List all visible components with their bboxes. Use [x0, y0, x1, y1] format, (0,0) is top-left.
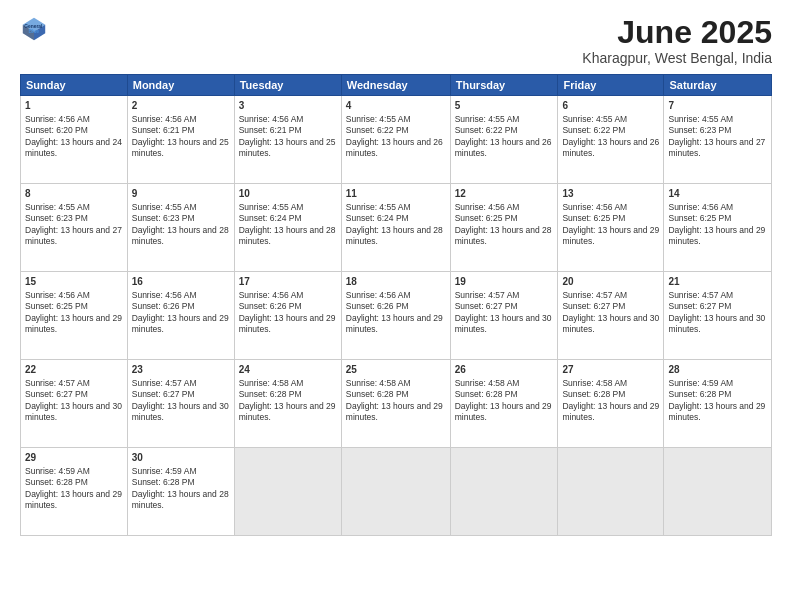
daylight-text: Daylight: 13 hours and 29 minutes.	[455, 401, 552, 422]
logo: General Blue	[20, 15, 48, 43]
month-title: June 2025	[582, 15, 772, 50]
sunset-text: Sunset: 6:22 PM	[562, 125, 625, 135]
sunset-text: Sunset: 6:27 PM	[668, 301, 731, 311]
sunrise-text: Sunrise: 4:58 AM	[239, 378, 304, 388]
sunset-text: Sunset: 6:24 PM	[239, 213, 302, 223]
day-number: 7	[668, 99, 767, 113]
calendar-cell: 17Sunrise: 4:56 AMSunset: 6:26 PMDayligh…	[234, 272, 341, 360]
calendar-cell	[450, 448, 558, 536]
daylight-text: Daylight: 13 hours and 28 minutes.	[239, 225, 336, 246]
daylight-text: Daylight: 13 hours and 28 minutes.	[346, 225, 443, 246]
day-number: 23	[132, 363, 230, 377]
week-row-4: 22Sunrise: 4:57 AMSunset: 6:27 PMDayligh…	[21, 360, 772, 448]
sunset-text: Sunset: 6:23 PM	[668, 125, 731, 135]
sunrise-text: Sunrise: 4:55 AM	[25, 202, 90, 212]
calendar-cell: 10Sunrise: 4:55 AMSunset: 6:24 PMDayligh…	[234, 184, 341, 272]
day-number: 15	[25, 275, 123, 289]
calendar-cell: 27Sunrise: 4:58 AMSunset: 6:28 PMDayligh…	[558, 360, 664, 448]
sunrise-text: Sunrise: 4:56 AM	[132, 290, 197, 300]
col-sunday: Sunday	[21, 75, 128, 96]
sunset-text: Sunset: 6:25 PM	[25, 301, 88, 311]
calendar-cell	[234, 448, 341, 536]
day-number: 24	[239, 363, 337, 377]
sunset-text: Sunset: 6:28 PM	[25, 477, 88, 487]
sunrise-text: Sunrise: 4:55 AM	[346, 202, 411, 212]
daylight-text: Daylight: 13 hours and 27 minutes.	[668, 137, 765, 158]
day-number: 27	[562, 363, 659, 377]
calendar-cell	[664, 448, 772, 536]
day-number: 14	[668, 187, 767, 201]
daylight-text: Daylight: 13 hours and 29 minutes.	[668, 225, 765, 246]
calendar-cell: 11Sunrise: 4:55 AMSunset: 6:24 PMDayligh…	[341, 184, 450, 272]
calendar-cell: 16Sunrise: 4:56 AMSunset: 6:26 PMDayligh…	[127, 272, 234, 360]
calendar-cell: 4Sunrise: 4:55 AMSunset: 6:22 PMDaylight…	[341, 96, 450, 184]
calendar-cell: 8Sunrise: 4:55 AMSunset: 6:23 PMDaylight…	[21, 184, 128, 272]
day-number: 1	[25, 99, 123, 113]
daylight-text: Daylight: 13 hours and 25 minutes.	[132, 137, 229, 158]
day-number: 8	[25, 187, 123, 201]
week-row-3: 15Sunrise: 4:56 AMSunset: 6:25 PMDayligh…	[21, 272, 772, 360]
day-number: 29	[25, 451, 123, 465]
calendar-cell: 19Sunrise: 4:57 AMSunset: 6:27 PMDayligh…	[450, 272, 558, 360]
sunrise-text: Sunrise: 4:57 AM	[455, 290, 520, 300]
calendar-cell: 2Sunrise: 4:56 AMSunset: 6:21 PMDaylight…	[127, 96, 234, 184]
sunset-text: Sunset: 6:26 PM	[239, 301, 302, 311]
day-number: 21	[668, 275, 767, 289]
calendar-cell: 15Sunrise: 4:56 AMSunset: 6:25 PMDayligh…	[21, 272, 128, 360]
svg-text:Blue: Blue	[28, 29, 39, 34]
daylight-text: Daylight: 13 hours and 26 minutes.	[346, 137, 443, 158]
week-row-1: 1Sunrise: 4:56 AMSunset: 6:20 PMDaylight…	[21, 96, 772, 184]
sunrise-text: Sunrise: 4:56 AM	[25, 114, 90, 124]
calendar-cell: 26Sunrise: 4:58 AMSunset: 6:28 PMDayligh…	[450, 360, 558, 448]
day-number: 12	[455, 187, 554, 201]
day-number: 2	[132, 99, 230, 113]
sunset-text: Sunset: 6:28 PM	[346, 389, 409, 399]
sunset-text: Sunset: 6:27 PM	[455, 301, 518, 311]
daylight-text: Daylight: 13 hours and 30 minutes.	[562, 313, 659, 334]
daylight-text: Daylight: 13 hours and 29 minutes.	[668, 401, 765, 422]
sunrise-text: Sunrise: 4:55 AM	[668, 114, 733, 124]
day-number: 6	[562, 99, 659, 113]
sunrise-text: Sunrise: 4:59 AM	[668, 378, 733, 388]
sunrise-text: Sunrise: 4:55 AM	[346, 114, 411, 124]
location: Kharagpur, West Bengal, India	[582, 50, 772, 66]
sunset-text: Sunset: 6:27 PM	[562, 301, 625, 311]
week-row-2: 8Sunrise: 4:55 AMSunset: 6:23 PMDaylight…	[21, 184, 772, 272]
daylight-text: Daylight: 13 hours and 30 minutes.	[668, 313, 765, 334]
calendar-cell: 22Sunrise: 4:57 AMSunset: 6:27 PMDayligh…	[21, 360, 128, 448]
sunrise-text: Sunrise: 4:56 AM	[668, 202, 733, 212]
sunrise-text: Sunrise: 4:55 AM	[132, 202, 197, 212]
daylight-text: Daylight: 13 hours and 29 minutes.	[25, 489, 122, 510]
daylight-text: Daylight: 13 hours and 29 minutes.	[239, 401, 336, 422]
sunrise-text: Sunrise: 4:59 AM	[132, 466, 197, 476]
daylight-text: Daylight: 13 hours and 26 minutes.	[455, 137, 552, 158]
daylight-text: Daylight: 13 hours and 30 minutes.	[132, 401, 229, 422]
day-number: 26	[455, 363, 554, 377]
daylight-text: Daylight: 13 hours and 27 minutes.	[25, 225, 122, 246]
calendar-cell: 5Sunrise: 4:55 AMSunset: 6:22 PMDaylight…	[450, 96, 558, 184]
daylight-text: Daylight: 13 hours and 30 minutes.	[455, 313, 552, 334]
calendar-cell: 18Sunrise: 4:56 AMSunset: 6:26 PMDayligh…	[341, 272, 450, 360]
sunset-text: Sunset: 6:20 PM	[25, 125, 88, 135]
calendar-cell	[341, 448, 450, 536]
sunset-text: Sunset: 6:25 PM	[455, 213, 518, 223]
sunset-text: Sunset: 6:28 PM	[239, 389, 302, 399]
day-number: 30	[132, 451, 230, 465]
col-friday: Friday	[558, 75, 664, 96]
daylight-text: Daylight: 13 hours and 30 minutes.	[25, 401, 122, 422]
daylight-text: Daylight: 13 hours and 28 minutes.	[132, 225, 229, 246]
sunset-text: Sunset: 6:28 PM	[455, 389, 518, 399]
sunset-text: Sunset: 6:21 PM	[239, 125, 302, 135]
sunrise-text: Sunrise: 4:57 AM	[25, 378, 90, 388]
day-number: 17	[239, 275, 337, 289]
title-block: June 2025 Kharagpur, West Bengal, India	[582, 15, 772, 66]
day-number: 11	[346, 187, 446, 201]
col-tuesday: Tuesday	[234, 75, 341, 96]
sunset-text: Sunset: 6:26 PM	[132, 301, 195, 311]
sunrise-text: Sunrise: 4:58 AM	[562, 378, 627, 388]
calendar-cell: 30Sunrise: 4:59 AMSunset: 6:28 PMDayligh…	[127, 448, 234, 536]
day-number: 18	[346, 275, 446, 289]
daylight-text: Daylight: 13 hours and 29 minutes.	[132, 313, 229, 334]
day-number: 5	[455, 99, 554, 113]
calendar-cell: 6Sunrise: 4:55 AMSunset: 6:22 PMDaylight…	[558, 96, 664, 184]
